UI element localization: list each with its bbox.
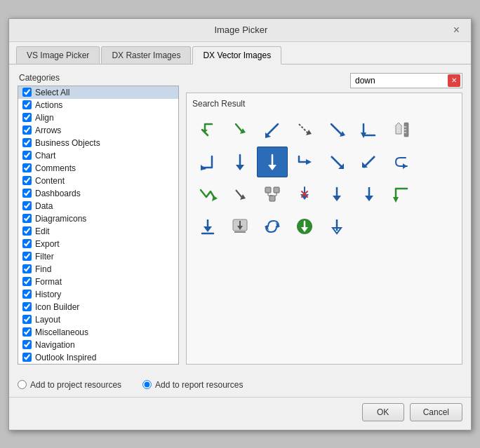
- category-item[interactable]: Content: [18, 175, 178, 187]
- categories-list[interactable]: Select AllActionsAlignArrowsBusiness Obj…: [18, 86, 179, 365]
- category-checkbox[interactable]: [22, 201, 32, 210]
- icon-cell[interactable]: [418, 114, 449, 145]
- category-label: Align: [35, 113, 54, 123]
- close-button[interactable]: ×: [451, 25, 462, 36]
- icon-cell[interactable]: [192, 114, 223, 145]
- ok-button[interactable]: OK: [362, 403, 404, 421]
- categories-label: Categories: [18, 73, 179, 83]
- icon-cell[interactable]: [192, 147, 223, 177]
- tab-dx-raster-images[interactable]: DX Raster Images: [101, 46, 191, 64]
- category-checkbox[interactable]: [22, 277, 32, 286]
- category-item[interactable]: History: [18, 288, 178, 301]
- category-checkbox[interactable]: [22, 252, 32, 261]
- icon-cell[interactable]: [257, 211, 288, 242]
- icon-cell[interactable]: [225, 211, 255, 242]
- radio-report[interactable]: Add to report resources: [142, 380, 243, 390]
- radio-report-input[interactable]: [142, 380, 152, 389]
- icon-cell[interactable]: [321, 211, 352, 242]
- category-item[interactable]: Filter: [18, 250, 178, 263]
- category-item[interactable]: Layout: [18, 313, 178, 326]
- icon-cell[interactable]: [225, 179, 255, 210]
- icon-cell[interactable]: [289, 114, 320, 145]
- icon-cell[interactable]: [354, 179, 385, 210]
- icon-cell[interactable]: [289, 179, 320, 210]
- category-item[interactable]: Select All: [18, 86, 178, 99]
- icon-cell[interactable]: [192, 211, 223, 242]
- category-item[interactable]: Data: [18, 200, 178, 212]
- icon-cell[interactable]: [418, 147, 449, 177]
- icon-cell[interactable]: [354, 114, 385, 145]
- title-bar: Image Picker ×: [9, 19, 471, 42]
- svg-rect-22: [274, 187, 279, 193]
- category-item[interactable]: Diagramicons: [18, 212, 178, 225]
- category-checkbox[interactable]: [22, 163, 32, 172]
- category-item[interactable]: Dashboards: [18, 187, 178, 200]
- category-checkbox[interactable]: [22, 100, 32, 109]
- icon-cell[interactable]: [192, 179, 223, 210]
- category-checkbox[interactable]: [22, 113, 32, 122]
- category-checkbox[interactable]: [22, 125, 32, 135]
- category-checkbox[interactable]: [22, 340, 32, 349]
- icon-cell[interactable]: [354, 211, 385, 242]
- svg-rect-23: [269, 196, 275, 201]
- icon-cell[interactable]: [225, 147, 255, 177]
- icon-cell[interactable]: [321, 147, 352, 177]
- category-item[interactable]: Actions: [18, 99, 178, 111]
- tab-vs-image-picker[interactable]: VS Image Picker: [16, 46, 100, 64]
- category-item[interactable]: Comments: [18, 162, 178, 175]
- tab-dx-vector-images[interactable]: DX Vector Images: [192, 46, 281, 65]
- category-checkbox[interactable]: [22, 302, 32, 311]
- search-clear-button[interactable]: [448, 74, 460, 87]
- category-checkbox[interactable]: [22, 290, 32, 299]
- category-checkbox[interactable]: [22, 189, 32, 198]
- image-picker-dialog: Image Picker × VS Image Picker DX Raster…: [8, 18, 472, 430]
- icon-cell[interactable]: [257, 179, 288, 210]
- icon-cell[interactable]: [321, 179, 352, 210]
- category-item[interactable]: Miscellaneous: [18, 326, 178, 339]
- search-input[interactable]: [350, 73, 462, 88]
- category-label: Chart: [35, 151, 55, 161]
- category-checkbox[interactable]: [22, 176, 32, 185]
- category-item[interactable]: Export: [18, 238, 178, 250]
- category-checkbox[interactable]: [22, 327, 32, 337]
- category-item[interactable]: Find: [18, 263, 178, 276]
- category-checkbox[interactable]: [22, 214, 32, 223]
- category-item[interactable]: Chart: [18, 149, 178, 162]
- radio-project-input[interactable]: [18, 380, 27, 389]
- category-checkbox[interactable]: [22, 315, 32, 324]
- category-item[interactable]: Format: [18, 276, 178, 288]
- icon-cell[interactable]: [354, 147, 385, 177]
- icon-cell[interactable]: [386, 114, 417, 145]
- category-label: Comments: [35, 163, 76, 173]
- category-checkbox[interactable]: [22, 226, 32, 236]
- category-checkbox[interactable]: [22, 264, 32, 273]
- category-checkbox[interactable]: [22, 88, 32, 97]
- radio-project[interactable]: Add to project resources: [18, 380, 121, 390]
- icon-cell[interactable]: [289, 211, 320, 242]
- icon-cell[interactable]: [257, 147, 288, 177]
- category-item[interactable]: Align: [18, 111, 178, 124]
- icon-cell[interactable]: [418, 179, 449, 210]
- icon-cell[interactable]: [418, 211, 449, 242]
- category-item[interactable]: Icon Builder: [18, 301, 178, 313]
- icon-cell[interactable]: [225, 114, 255, 145]
- category-item[interactable]: Outlook Inspired: [18, 351, 178, 364]
- category-item[interactable]: Edit: [18, 225, 178, 238]
- icon-cell[interactable]: [321, 114, 352, 145]
- category-item[interactable]: Navigation: [18, 339, 178, 351]
- icon-cell[interactable]: [289, 147, 320, 177]
- category-checkbox[interactable]: [22, 151, 32, 160]
- category-checkbox[interactable]: [22, 353, 32, 362]
- category-label: Find: [35, 264, 51, 274]
- category-item[interactable]: Business Objects: [18, 137, 178, 149]
- category-label: Business Objects: [35, 138, 100, 148]
- category-checkbox[interactable]: [22, 239, 32, 248]
- cancel-button[interactable]: Cancel: [410, 403, 462, 421]
- icon-cell[interactable]: [386, 147, 417, 177]
- icon-cell[interactable]: [386, 179, 417, 210]
- icon-cell[interactable]: [386, 211, 417, 242]
- icon-cell[interactable]: [257, 114, 288, 145]
- category-checkbox[interactable]: [22, 138, 32, 147]
- category-item[interactable]: Arrows: [18, 124, 178, 137]
- search-result-panel: Search Result: [186, 93, 462, 365]
